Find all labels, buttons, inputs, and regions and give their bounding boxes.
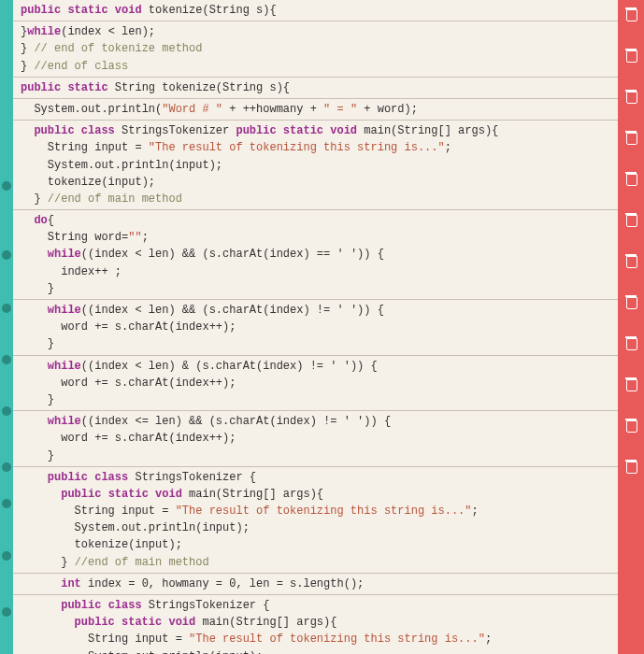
code-token: //end of main method bbox=[48, 192, 182, 206]
code-line[interactable]: public class StringsTokenizer public sta… bbox=[13, 122, 618, 139]
code-line[interactable]: tokenize(input); bbox=[13, 174, 618, 191]
code-token: public class bbox=[61, 599, 141, 612]
code-line[interactable]: System.out.println("Word # " + ++howmany… bbox=[13, 101, 618, 118]
code-token: StringsTokenizer { bbox=[142, 599, 270, 612]
code-editor-container: public static void tokenize(String s){}w… bbox=[0, 0, 644, 654]
code-line[interactable]: public static void tokenize(String s){ bbox=[13, 2, 618, 19]
code-line[interactable]: public class StringsTokenizer { bbox=[13, 469, 618, 486]
delete-icon[interactable] bbox=[625, 460, 637, 473]
code-line[interactable]: System.out.println(input); bbox=[13, 519, 618, 536]
code-token: + ++howmany + bbox=[222, 103, 323, 116]
code-token: (index < len); bbox=[61, 25, 155, 38]
code-token: int bbox=[61, 577, 81, 590]
delete-icon[interactable] bbox=[625, 295, 637, 308]
code-line[interactable]: } bbox=[13, 391, 618, 408]
code-line[interactable]: String word=""; bbox=[13, 229, 618, 246]
code-line[interactable]: }while(index < len); bbox=[13, 23, 618, 40]
gutter-marker-icon[interactable] bbox=[2, 181, 11, 191]
left-gutter bbox=[0, 0, 13, 654]
code-line[interactable]: } bbox=[13, 335, 618, 352]
code-token: tokenize(String s){ bbox=[142, 4, 277, 17]
code-line[interactable]: while((index < len) & (s.charAt(index) !… bbox=[13, 358, 618, 375]
delete-icon[interactable] bbox=[625, 419, 637, 432]
code-token: String input = bbox=[75, 505, 176, 518]
code-token: String input = bbox=[48, 141, 149, 154]
gutter-marker-icon[interactable] bbox=[2, 250, 11, 260]
code-line[interactable]: word += s.charAt(index++); bbox=[13, 430, 618, 447]
code-token: word += s.charAt(index++); bbox=[61, 432, 236, 445]
code-token: ; bbox=[445, 141, 451, 154]
code-token: public static void bbox=[61, 488, 182, 501]
code-token: } bbox=[48, 393, 54, 406]
code-line[interactable]: while((index < len) && (s.charAt(index) … bbox=[13, 302, 618, 319]
code-token: // end of tokenize method bbox=[34, 42, 202, 55]
separator-line bbox=[13, 21, 618, 21]
code-token: "The result of tokenizing this string is… bbox=[149, 141, 445, 154]
code-line[interactable]: String input = "The result of tokenizing… bbox=[13, 139, 618, 156]
code-token: while bbox=[48, 415, 81, 428]
code-token: } bbox=[21, 42, 34, 55]
code-token: public class bbox=[34, 124, 114, 137]
code-line[interactable]: } bbox=[13, 280, 618, 297]
code-token: System.out.println(input); bbox=[75, 521, 250, 534]
code-token: public static void bbox=[21, 4, 142, 17]
delete-icon[interactable] bbox=[625, 336, 637, 349]
code-line[interactable]: public static String tokenize(String s){ bbox=[13, 79, 618, 96]
separator-line bbox=[13, 594, 618, 595]
separator-line bbox=[13, 299, 618, 300]
code-token: tokenize(input); bbox=[48, 176, 155, 189]
code-token: do bbox=[34, 214, 47, 227]
code-token: "" bbox=[128, 231, 141, 244]
gutter-marker-icon[interactable] bbox=[2, 355, 11, 364]
code-token: index++ ; bbox=[61, 265, 122, 278]
code-token: public static bbox=[21, 81, 108, 94]
code-line[interactable]: } //end of main method bbox=[13, 191, 618, 207]
delete-icon[interactable] bbox=[625, 90, 637, 103]
code-line[interactable]: } //end of main method bbox=[13, 554, 618, 571]
code-token: while bbox=[48, 360, 81, 373]
delete-icon[interactable] bbox=[625, 377, 637, 391]
delete-icon[interactable] bbox=[625, 49, 637, 62]
gutter-marker-icon[interactable] bbox=[2, 406, 11, 416]
code-token: ; bbox=[472, 505, 479, 518]
code-area[interactable]: public static void tokenize(String s){}w… bbox=[13, 0, 618, 654]
code-line[interactable]: while((index < len) && (s.charAt(index) … bbox=[13, 246, 618, 263]
code-line[interactable]: word += s.charAt(index++); bbox=[13, 375, 618, 391]
code-line[interactable]: } bbox=[13, 448, 618, 464]
delete-icon[interactable] bbox=[625, 254, 637, 267]
delete-icon[interactable] bbox=[625, 172, 637, 185]
code-line[interactable]: while((index <= len) && (s.charAt(index)… bbox=[13, 413, 618, 430]
code-line[interactable]: do{ bbox=[13, 212, 618, 229]
code-line[interactable]: public class StringsTokenizer { bbox=[13, 597, 618, 614]
delete-icon[interactable] bbox=[625, 7, 637, 21]
code-line[interactable]: String input = "The result of tokenizing… bbox=[13, 503, 618, 519]
code-token: + word); bbox=[357, 103, 418, 116]
gutter-marker-icon[interactable] bbox=[2, 304, 11, 313]
code-token: index = 0, howmany = 0, len = s.length()… bbox=[81, 577, 364, 590]
code-line[interactable]: int index = 0, howmany = 0, len = s.leng… bbox=[13, 576, 618, 592]
code-token: ; bbox=[485, 633, 492, 646]
code-token: ((index < len) & (s.charAt(index) != ' '… bbox=[81, 360, 378, 373]
gutter-marker-icon[interactable] bbox=[2, 499, 11, 508]
separator-line bbox=[13, 120, 618, 121]
gutter-marker-icon[interactable] bbox=[2, 607, 11, 617]
code-token: System.out.println( bbox=[34, 103, 162, 116]
code-line[interactable]: public static void main(String[] args){ bbox=[13, 486, 618, 503]
delete-icon[interactable] bbox=[625, 213, 637, 226]
gutter-marker-icon[interactable] bbox=[2, 551, 11, 561]
code-line[interactable]: System.out.println(input); bbox=[13, 157, 618, 174]
code-line[interactable]: tokenize(input); bbox=[13, 536, 618, 553]
code-line[interactable]: index++ ; bbox=[13, 263, 618, 280]
code-token: ((index < len) && (s.charAt(index) != ' … bbox=[81, 304, 384, 317]
code-token: String word= bbox=[48, 231, 128, 244]
code-line[interactable]: System.out.println(input); bbox=[13, 648, 618, 654]
code-line[interactable]: } //end of class bbox=[13, 58, 618, 75]
code-line[interactable]: public static void main(String[] args){ bbox=[13, 614, 618, 631]
code-line[interactable]: } // end of tokenize method bbox=[13, 40, 618, 57]
separator-line bbox=[13, 410, 618, 411]
code-token: //end of class bbox=[34, 60, 128, 73]
code-line[interactable]: String input = "The result of tokenizing… bbox=[13, 631, 618, 647]
gutter-marker-icon[interactable] bbox=[2, 462, 11, 472]
delete-icon[interactable] bbox=[625, 131, 637, 144]
code-line[interactable]: word += s.charAt(index++); bbox=[13, 319, 618, 335]
